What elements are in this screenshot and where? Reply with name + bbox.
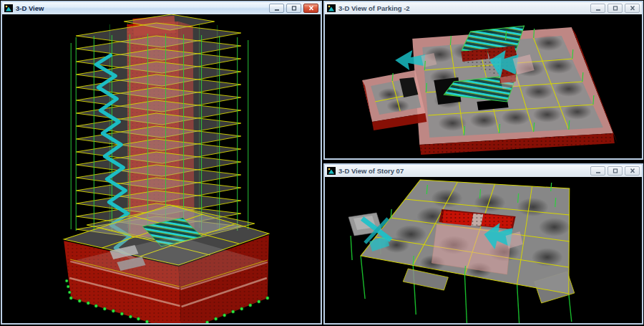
window-3d-view-icon bbox=[327, 4, 336, 12]
titlebar[interactable]: 3-D View of Story 07 bbox=[325, 165, 642, 178]
close-button[interactable] bbox=[625, 4, 640, 13]
window-title: 3-D View bbox=[16, 3, 266, 14]
restore-button[interactable] bbox=[286, 4, 301, 13]
titlebar[interactable]: 3-D View of Parking -2 bbox=[325, 2, 642, 15]
close-icon bbox=[629, 5, 636, 11]
tower-model-scene bbox=[2, 14, 321, 323]
viewport-3d-parking[interactable] bbox=[325, 14, 642, 158]
window-title: 3-D View of Parking -2 bbox=[338, 3, 587, 14]
window-story07-view: 3-D View of Story 07 bbox=[323, 163, 643, 325]
window-3d-view-icon bbox=[4, 4, 13, 12]
restore-button[interactable] bbox=[608, 166, 623, 176]
viewport-3d-story[interactable] bbox=[325, 177, 642, 323]
parking-floor-scene bbox=[325, 14, 642, 158]
minimize-button[interactable] bbox=[269, 4, 284, 13]
window-3d-view-icon bbox=[327, 167, 336, 175]
window-3d-view: 3-D View bbox=[1, 1, 322, 325]
close-icon bbox=[308, 5, 315, 11]
titlebar[interactable]: 3-D View bbox=[2, 2, 321, 15]
tower-floor-plates bbox=[76, 23, 241, 241]
restore-button[interactable] bbox=[608, 4, 623, 13]
minimize-button[interactable] bbox=[590, 4, 605, 13]
close-icon bbox=[629, 168, 636, 174]
window-title: 3-D View of Story 07 bbox=[338, 166, 587, 177]
restore-icon bbox=[612, 168, 619, 174]
minimize-button[interactable] bbox=[590, 166, 605, 176]
story07-floor-scene bbox=[325, 177, 642, 323]
viewport-3d-model[interactable] bbox=[2, 14, 321, 323]
close-button[interactable] bbox=[625, 166, 640, 176]
close-button[interactable] bbox=[303, 4, 318, 13]
minimize-icon bbox=[273, 5, 280, 11]
minimize-icon bbox=[595, 168, 602, 174]
window-parking-view: 3-D View of Parking -2 bbox=[323, 1, 643, 160]
restore-icon bbox=[291, 5, 298, 11]
minimize-icon bbox=[595, 5, 602, 11]
restore-icon bbox=[612, 5, 619, 11]
offset-slab bbox=[403, 269, 448, 290]
